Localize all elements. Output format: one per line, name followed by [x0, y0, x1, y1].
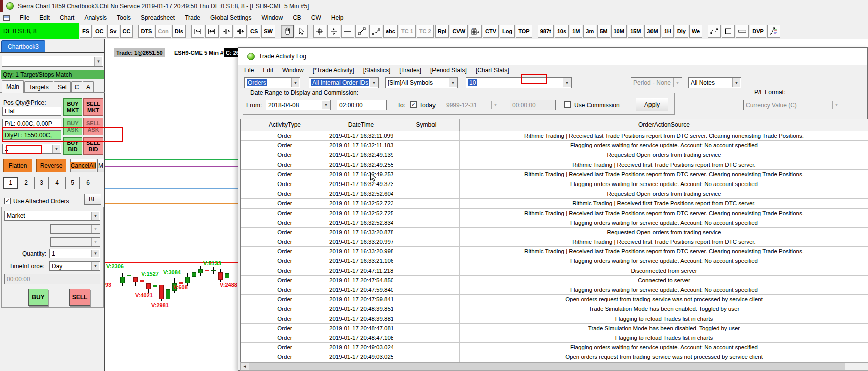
table-row[interactable]: Order2019-01-17 20:47:59.841Open orders … [241, 295, 868, 304]
reverse-button[interactable]: Reverse [36, 159, 66, 172]
dvp-button[interactable]: DVP [750, 25, 766, 38]
order-ids-combo[interactable]: All Internal Order IDs ▼ [309, 77, 379, 88]
quick-qty-3-button[interactable]: 3 [34, 177, 49, 189]
top-button[interactable]: TOP [516, 25, 532, 38]
chevron-down-icon[interactable]: ▼ [91, 212, 99, 220]
menu-item-chart[interactable]: Chart [56, 13, 78, 22]
wide-rectangle-tool-icon[interactable] [736, 25, 749, 38]
chevron-down-icon[interactable]: ▼ [563, 78, 571, 87]
table-row[interactable]: Order2019-01-17 20:48:39.851Trade Simula… [241, 304, 868, 314]
table-row[interactable]: Order2019-01-17 16:32:11.099Rithmic Trad… [241, 131, 868, 141]
use-commission-checkbox[interactable] [564, 101, 571, 108]
sell-mkt-button[interactable]: SELLMKT [83, 98, 103, 116]
dialog-menu-window[interactable]: Window [282, 67, 304, 74]
chevron-down-icon[interactable]: ▼ [449, 78, 457, 87]
chevron-down-icon[interactable]: ▼ [322, 101, 330, 109]
tab-set[interactable]: Set [54, 81, 71, 92]
max-count-combo[interactable]: 10 ▼ [466, 77, 572, 88]
dialog-titlebar[interactable]: Trade Activity Log [238, 48, 867, 65]
polyline-tool-icon[interactable] [369, 25, 382, 38]
rectangle-tool-icon[interactable] [722, 25, 735, 38]
table-row[interactable]: Order2019-01-17 16:32:11.183Flagging ord… [241, 141, 868, 150]
text-tool-button[interactable]: abc [383, 25, 398, 38]
menu-item-cb[interactable]: CB [289, 13, 305, 22]
menu-item-tools[interactable]: Tools [113, 13, 135, 22]
column-header-orderactionsource[interactable]: OrderActionSource [460, 119, 868, 131]
quantity-combo[interactable]: 1 ▼ [49, 249, 100, 258]
log-button[interactable]: Log [500, 25, 515, 38]
dialog-menu-trades[interactable]: [Trades] [399, 67, 421, 74]
menu-item-cw[interactable]: CW [307, 13, 325, 22]
menu-item-window[interactable]: Window [257, 13, 287, 22]
chevron-down-icon[interactable]: ▼ [291, 78, 299, 87]
tf-30m-button[interactable]: 30M [644, 25, 660, 38]
fs-button[interactable]: FS [80, 25, 92, 38]
tab-main[interactable]: Main [2, 80, 24, 93]
vertical-measure-icon[interactable] [327, 25, 340, 38]
buy-mkt-button[interactable]: BUYMKT [63, 98, 82, 116]
table-row[interactable]: Order2019-01-17 16:33:20.998Rithmic Trad… [241, 247, 868, 256]
chevron-down-icon[interactable]: ▼ [91, 262, 99, 270]
table-row[interactable]: Order2019-01-17 16:32:49.373Flagging ord… [241, 179, 868, 189]
table-row[interactable]: Order2019-01-17 16:33:21.106Flagging ord… [241, 256, 868, 266]
tvw-icon[interactable]: TVW [469, 25, 482, 38]
crosshair-icon[interactable] [313, 25, 326, 38]
position-field[interactable]: Flat [2, 107, 61, 116]
save-button[interactable]: Sv [107, 25, 119, 38]
chevron-down-icon[interactable]: ▼ [732, 78, 740, 87]
table-row[interactable]: Order2019-01-17 20:47:11.218Disconnected… [241, 266, 868, 276]
column-header-symbol[interactable]: Symbol [393, 119, 460, 131]
tf-10s-button[interactable]: 10s [555, 25, 569, 38]
table-row[interactable]: Order2019-01-17 16:33:20.878Requested Op… [241, 228, 868, 237]
table-row[interactable]: Order2019-01-17 16:32:52.725Rithmic Trad… [241, 209, 868, 218]
m-button[interactable]: M [97, 159, 104, 172]
disconnect-button[interactable]: Dis [172, 25, 186, 38]
tf-10m-button[interactable]: 10M [611, 25, 627, 38]
pan-hand-icon[interactable] [281, 25, 294, 38]
table-row[interactable]: Order2019-01-17 20:47:59.840Flagging ord… [241, 285, 868, 295]
order-type-combo[interactable]: Market ▼ [4, 211, 100, 221]
sw-button[interactable]: SW [261, 25, 275, 38]
tf-daily-button[interactable]: Dly [675, 25, 688, 38]
dialog-menu-period-stats[interactable]: [Period Stats] [430, 67, 467, 74]
cvw-button[interactable]: CVW [450, 25, 468, 38]
dialog-menu-trade-activity[interactable]: [*Trade Activity] [313, 67, 354, 74]
oc-button[interactable]: OC [93, 25, 106, 38]
table-row[interactable]: Order2019-01-17 20:49:03.024Flagging ord… [241, 343, 868, 352]
menu-item-help[interactable]: Help [327, 13, 348, 22]
sell-button[interactable]: SELL [69, 289, 90, 306]
table-row[interactable]: Order2019-01-17 20:47:54.850Connected to… [241, 276, 868, 285]
chevron-down-icon[interactable]: ▼ [91, 250, 99, 257]
volume-profile-tool-icon[interactable] [767, 25, 780, 38]
menu-item-file[interactable]: File [16, 13, 33, 22]
from-time-input[interactable]: 02:00:00 [337, 100, 387, 110]
symbol-combo[interactable]: ▼ [2, 56, 103, 67]
quick-qty-1-button[interactable]: 1 [3, 177, 18, 189]
menu-item-spreadsheet[interactable]: Spreadsheet [137, 13, 179, 22]
bar-spacing-increase-icon[interactable] [191, 25, 204, 38]
tif-combo[interactable]: Day ▼ [49, 261, 100, 271]
table-row[interactable]: Order2019-01-17 20:48:47.108Flagging to … [241, 333, 868, 343]
pointer-icon[interactable] [295, 25, 308, 38]
table-row[interactable]: Order2019-01-17 16:32:49.139Requested Op… [241, 150, 868, 160]
quick-qty-2-button[interactable]: 2 [19, 177, 33, 189]
tf-987t-button[interactable]: 987t [538, 25, 554, 38]
table-row[interactable]: Order2019-01-17 20:49:03.025Open orders … [241, 352, 868, 362]
trendline-tool-icon[interactable] [355, 25, 368, 38]
chevron-down-icon[interactable]: ▼ [370, 78, 378, 87]
chevron-down-icon[interactable]: ▼ [94, 57, 102, 66]
bar-spacing-decrease-icon[interactable] [220, 25, 233, 38]
use-attached-checkbox[interactable]: ✓ [4, 198, 11, 204]
horizontal-line-tool-icon[interactable] [341, 25, 354, 38]
dialog-menu-statistics[interactable]: [Statistics] [363, 67, 391, 74]
replay-button[interactable]: Rpl [435, 25, 449, 38]
table-row[interactable]: Order2019-01-17 16:32:52.834Flagging ord… [241, 218, 868, 228]
scroll-left-icon[interactable]: ◄ [241, 363, 249, 370]
table-row[interactable]: Order2019-01-17 16:32:49.257Rithmic Trad… [241, 170, 868, 179]
tf-1m-button[interactable]: 1M [570, 25, 582, 38]
flatten-button[interactable]: Flatten [3, 159, 32, 172]
ctv-button[interactable]: CTV [483, 25, 499, 38]
table-row[interactable]: Order2019-01-17 20:48:47.081Trade Simula… [241, 324, 868, 333]
table-row[interactable]: Order2019-01-17 20:48:39.881Flagging to … [241, 314, 868, 324]
chevron-down-icon[interactable]: ▼ [52, 145, 60, 153]
